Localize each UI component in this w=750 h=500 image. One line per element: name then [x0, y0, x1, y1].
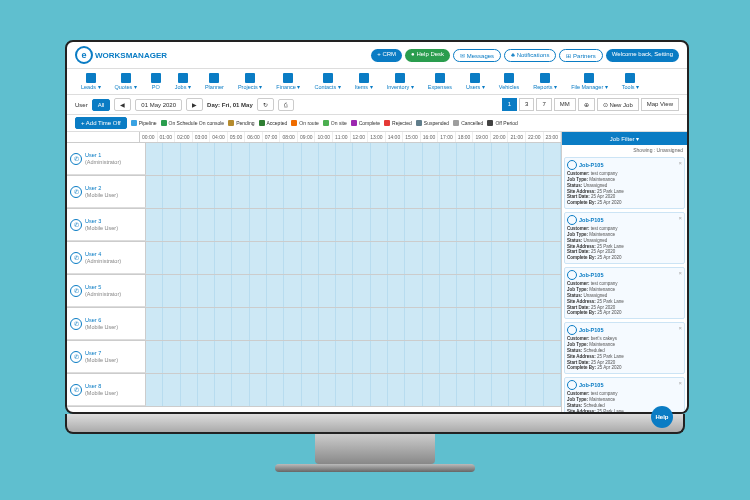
timeline-track[interactable]: [146, 209, 561, 241]
nav-icon: [178, 73, 188, 83]
view-month[interactable]: MM: [554, 98, 576, 111]
partners-button[interactable]: ⊞ Partners: [559, 49, 602, 62]
time-header-cell: 20:00: [491, 132, 509, 142]
time-header-cell: 16:00: [421, 132, 439, 142]
add-timeoff-button[interactable]: + Add Time Off: [75, 117, 127, 129]
brand-logo[interactable]: e WORKSMANAGER: [75, 46, 167, 64]
nav-item-0[interactable]: Leads ▾: [75, 71, 107, 92]
time-header-cell: 00:00: [140, 132, 158, 142]
job-card[interactable]: ×Job-P105Customer: test companyJob Type:…: [564, 267, 685, 319]
phone-icon: ✆: [70, 153, 82, 165]
zoom-button[interactable]: ⊕: [578, 98, 595, 111]
timeline-track[interactable]: [146, 275, 561, 307]
crm-button[interactable]: + CRM: [371, 49, 402, 62]
nav-item-10[interactable]: Expenses: [422, 71, 458, 92]
print-button[interactable]: ⎙: [278, 99, 294, 111]
nav-item-8[interactable]: Items ▾: [349, 71, 379, 92]
nav-item-4[interactable]: Planner: [199, 71, 230, 92]
timeline-track[interactable]: [146, 242, 561, 274]
clock-icon: [567, 380, 577, 390]
close-icon[interactable]: ×: [678, 160, 682, 166]
time-header-cell: 05:00: [228, 132, 246, 142]
legend-item: On route: [291, 117, 318, 129]
date-picker[interactable]: 01 May 2020: [135, 99, 182, 111]
legend-item: Off Period: [487, 117, 517, 129]
job-filter-header[interactable]: Job Filter ▾: [562, 132, 687, 145]
time-header-cell: 06:00: [245, 132, 263, 142]
user-cell[interactable]: ✆User 5(Administrator): [67, 275, 146, 307]
nav-item-1[interactable]: Quotes ▾: [109, 71, 143, 92]
nav-item-2[interactable]: PO: [145, 71, 167, 92]
prev-day-button[interactable]: ◀: [114, 98, 131, 111]
view-3day[interactable]: 3: [519, 98, 534, 111]
nav-item-14[interactable]: File Manager ▾: [565, 71, 614, 92]
legend-swatch: [259, 120, 265, 126]
view-1day[interactable]: 1: [502, 98, 517, 111]
legend-swatch: [323, 120, 329, 126]
time-header-cell: 13:00: [368, 132, 386, 142]
nav-item-7[interactable]: Contacts ▾: [308, 71, 346, 92]
close-icon[interactable]: ×: [678, 215, 682, 221]
user-cell[interactable]: ✆User 3(Mobile User): [67, 209, 146, 241]
nav-item-5[interactable]: Projects ▾: [232, 71, 268, 92]
schedule-row: ✆User 1(Administrator): [67, 143, 561, 176]
messages-button[interactable]: ✉ Messages: [453, 49, 501, 62]
user-cell[interactable]: ✆User 4(Administrator): [67, 242, 146, 274]
user-cell[interactable]: ✆User 6(Mobile User): [67, 308, 146, 340]
schedule-row: ✆User 2(Mobile User): [67, 176, 561, 209]
nav-icon: [209, 73, 219, 83]
time-header-cell: 18:00: [456, 132, 474, 142]
timeline-track[interactable]: [146, 176, 561, 208]
schedule-row: ✆User 3(Mobile User): [67, 209, 561, 242]
view-7day[interactable]: 7: [536, 98, 551, 111]
close-icon[interactable]: ×: [678, 270, 682, 276]
job-card[interactable]: ×Job-P105Customer: test companyJob Type:…: [564, 157, 685, 209]
job-card[interactable]: ×Job-P105Customer: bert's cakeysJob Type…: [564, 322, 685, 374]
timeline-track[interactable]: [146, 308, 561, 340]
legend-swatch: [487, 120, 493, 126]
user-cell[interactable]: ✆User 2(Mobile User): [67, 176, 146, 208]
phone-icon: ✆: [70, 285, 82, 297]
phone-icon: ✆: [70, 219, 82, 231]
all-users-button[interactable]: All: [92, 99, 111, 111]
legend-item: Suspended: [416, 117, 449, 129]
phone-icon: ✆: [70, 318, 82, 330]
main-nav: Leads ▾Quotes ▾POJobs ▾PlannerProjects ▾…: [67, 69, 687, 95]
nav-item-3[interactable]: Jobs ▾: [169, 71, 197, 92]
nav-icon: [121, 73, 131, 83]
timeline-track[interactable]: [146, 374, 561, 406]
notifications-button[interactable]: ♣ Notifications: [504, 49, 556, 62]
user-cell[interactable]: ✆User 8(Mobile User): [67, 374, 146, 406]
nav-icon: [86, 73, 96, 83]
nav-item-11[interactable]: Users ▾: [460, 71, 491, 92]
nav-item-12[interactable]: Vehicles: [493, 71, 526, 92]
clock-icon: [567, 325, 577, 335]
legend-item: On site: [323, 117, 347, 129]
nav-icon: [245, 73, 255, 83]
close-icon[interactable]: ×: [678, 380, 682, 386]
clock-icon: [567, 270, 577, 280]
close-icon[interactable]: ×: [678, 325, 682, 331]
nav-icon: [625, 73, 635, 83]
new-job-button[interactable]: ⊙ New Job: [597, 98, 639, 111]
user-cell[interactable]: ✆User 1(Administrator): [67, 143, 146, 175]
helpdesk-button[interactable]: ● Help Desk: [405, 49, 450, 62]
logo-icon: e: [75, 46, 93, 64]
job-card[interactable]: ×Job-P105Customer: test companyJob Type:…: [564, 212, 685, 264]
legend-swatch: [131, 120, 137, 126]
timeline-track[interactable]: [146, 341, 561, 373]
user-cell[interactable]: ✆User 7(Mobile User): [67, 341, 146, 373]
next-day-button[interactable]: ▶: [186, 98, 203, 111]
nav-icon: [435, 73, 445, 83]
nav-item-6[interactable]: Finance ▾: [270, 71, 306, 92]
refresh-button[interactable]: ↻: [257, 98, 274, 111]
map-view-button[interactable]: Map View: [641, 98, 679, 111]
nav-item-15[interactable]: Tools ▾: [616, 71, 645, 92]
welcome-user[interactable]: Welcome back, Setting: [606, 49, 679, 62]
nav-item-13[interactable]: Reports ▾: [527, 71, 563, 92]
nav-item-9[interactable]: Inventory ▾: [381, 71, 420, 92]
time-header-cell: 21:00: [508, 132, 526, 142]
time-header-cell: 23:00: [544, 132, 561, 142]
filter-status: Showing : Unassigned: [562, 145, 687, 155]
timeline-track[interactable]: [146, 143, 561, 175]
